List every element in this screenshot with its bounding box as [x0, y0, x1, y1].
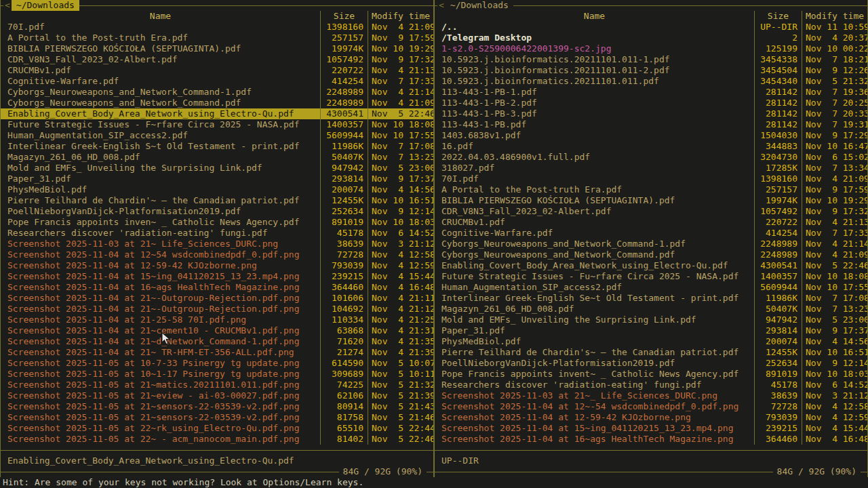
file-row[interactable]: Pope Francis appoints invent~ _ Catholic…	[435, 369, 867, 380]
file-row[interactable]: Screenshot 2025-11-04 at 21~cement10 - C…	[1, 325, 433, 336]
file-name[interactable]: Pope Francis appoints inven~ _ Catholic …	[1, 217, 320, 228]
file-name[interactable]: Screenshot 2025-11-05 at 21~eview - ai-0…	[1, 390, 320, 401]
file-name[interactable]: 10.5923.j.bioinformatics.20211101.011.pd…	[435, 76, 754, 87]
file-row[interactable]: PhysMedBiol.pdf200074Nov 4 14:56	[1, 184, 433, 195]
file-name[interactable]: Screenshot 2025-11-04 at 12-59-42 KJOzbo…	[1, 260, 320, 271]
column-header-size[interactable]: Size	[754, 11, 802, 22]
file-row[interactable]: Screenshot 2025-11-05 at 21~eview - ai-0…	[1, 390, 433, 401]
file-row[interactable]: Screenshot 2025-11-04 at 12~-54 wsdcombi…	[435, 401, 867, 412]
column-header-modify-time[interactable]: Modify time	[368, 11, 433, 22]
file-row[interactable]: Magazyn_261_06_HD_008.pdf50407KNov 7 13:…	[435, 304, 867, 314]
file-name[interactable]: Screenshot 2025-11-04 at 16~ags HealthTe…	[1, 282, 320, 293]
file-name[interactable]: 1-s2.0-S2590006422001399-sc2.jpg	[435, 43, 754, 54]
file-name[interactable]: Pierre Teilhard de Chardin's~ — the Cana…	[435, 347, 754, 358]
file-row[interactable]: Screenshot 2025-11-04 at 16~ags HealthTe…	[435, 434, 867, 445]
file-name[interactable]: Screenshot 2025-11-04 at 12-59-42 KJOzbo…	[435, 412, 754, 423]
file-name[interactable]: Cognitive-Warfare.pdf	[1, 76, 320, 87]
file-row[interactable]: A Portal to the Post-truth Era.pdf257157…	[435, 184, 867, 195]
file-row[interactable]: Screenshot 2025-11-04 at 21~ TR-HFM-ET-3…	[1, 347, 433, 358]
file-row[interactable]: Pierre Teilhard de Chardin's~ — the Cana…	[435, 347, 867, 358]
file-row[interactable]: CDR_V8N3_Fall_2023_02-Albert.pdf1057492N…	[435, 206, 867, 217]
file-row[interactable]: Enabling_Covert_Body_Area_Network_using_…	[1, 108, 433, 119]
file-row[interactable]: Paper_31.pdf293814Nov 9 17:37	[435, 325, 867, 336]
panel-history-icon[interactable]: <	[3, 0, 12, 11]
file-name[interactable]: 113-443-1-PB-1.pdf	[435, 87, 754, 98]
file-row[interactable]: Screenshot 2025-11-05 at 21~sensors-22-0…	[1, 412, 433, 423]
file-row[interactable]: 16.pdf344883Nov 10 16:47	[435, 141, 867, 152]
file-name[interactable]: Screenshot 2025-11-03 at 21~ Life_Scienc…	[1, 239, 320, 249]
file-name[interactable]: Researchers discover 'radiation-eating' …	[1, 228, 320, 239]
file-row[interactable]: 113-443-1-PB-1.pdf281142Nov 7 19:36	[435, 87, 867, 98]
file-row[interactable]: Screenshot 2025-11-04 at 15~ing_04112021…	[1, 271, 433, 282]
file-row[interactable]: Mold and EMFs_ Unveiling the Surprising …	[1, 163, 433, 174]
file-row[interactable]: 318027.pdf17285KNov 7 13:34	[435, 163, 867, 174]
file-row[interactable]: Researchers discover 'radiation-eating' …	[1, 228, 433, 239]
file-row[interactable]: Screenshot 2025-11-03 at 21~ Life_Scienc…	[1, 239, 433, 249]
file-name[interactable]: 1403.6838v1.pdf	[435, 130, 754, 141]
file-name[interactable]: PoellNieborgVanDijck-Platformisation2019…	[435, 358, 754, 369]
file-name[interactable]: 70I.pdf	[1, 22, 320, 33]
file-row[interactable]: Paper_31.pdf293814Nov 9 17:37	[1, 174, 433, 184]
file-name[interactable]: A Portal to the Post-truth Era.pdf	[435, 184, 754, 195]
file-row[interactable]: Screenshot 2025-11-04 at 12~54 wsdcombin…	[1, 249, 433, 260]
file-name[interactable]: Screenshot 2025-11-05 at 22~ - acm_nanoc…	[1, 434, 320, 445]
file-row[interactable]: 70I.pdf1398160Nov 4 21:09	[1, 22, 433, 33]
file-name[interactable]: 113-443-1-PB-2.pdf	[435, 98, 754, 108]
file-row[interactable]: 113-443-1-PB.pdf281142Nov 7 19:31	[435, 119, 867, 130]
file-row[interactable]: Screenshot 2025-11-04 at 21-25-58 70I.pd…	[1, 314, 433, 325]
file-name[interactable]: Cognitive-Warfare.pdf	[435, 228, 754, 239]
file-name[interactable]: Screenshot 2025-11-05 at 22~rk_using_Ele…	[1, 423, 320, 434]
file-name[interactable]: Screenshot 2025-11-05 at 10~1-17 Psinerg…	[1, 369, 320, 380]
file-name[interactable]: 2022.04.03.486900v1.full.pdf	[435, 152, 754, 163]
file-row[interactable]: /Telegram Desktop2Nov 4 20:37	[435, 33, 867, 43]
file-name[interactable]: PhysMedBiol.pdf	[1, 184, 320, 195]
file-name[interactable]: Magazyn_261_06_HD_008.pdf	[435, 304, 754, 314]
file-name[interactable]: Future Strategic Issues - Fu~rfare Circa…	[435, 271, 754, 282]
file-name[interactable]: Screenshot 2025-11-05 at 10-7-33 Psinerg…	[1, 358, 320, 369]
file-name[interactable]: Interlinear Greek-English Se~t Old Testa…	[435, 293, 754, 304]
left-pane-path[interactable]: ~/Downloads	[12, 0, 79, 11]
file-name[interactable]: CDR_V8N3_Fall_2023_02-Albert.pdf	[435, 206, 754, 217]
file-name[interactable]: Screenshot 2025-11-04 at 16~ags HealthTe…	[435, 434, 754, 445]
file-row[interactable]: Screenshot 2025-11-03 at 21~_ Life_Scien…	[435, 390, 867, 401]
file-row[interactable]: 70I.pdf1398160Nov 4 21:09	[435, 174, 867, 184]
file-row[interactable]: Researchers discover 'radiation-eating' …	[435, 380, 867, 390]
file-name[interactable]: Mold and EMFs_ Unveiling the Surprising …	[435, 314, 754, 325]
file-row[interactable]: 1-s2.0-S2590006422001399-sc2.jpg125199No…	[435, 43, 867, 54]
file-name[interactable]: Screenshot 2025-11-04 at 21-25-58 70I.pd…	[1, 314, 320, 325]
file-name[interactable]: Researchers discover 'radiation-eating' …	[435, 380, 754, 390]
column-header-size[interactable]: Size	[320, 11, 368, 22]
file-name[interactable]: Screenshot 2025-11-05 at 21~sensors-22-0…	[1, 412, 320, 423]
file-name[interactable]: A Portal to the Post-truth Era.pdf	[1, 33, 320, 43]
file-name[interactable]: Human_Augmentation_SIP_access2.pdf	[435, 282, 754, 293]
file-name[interactable]: Paper_31.pdf	[435, 325, 754, 336]
file-row[interactable]: Cyborgs_Neuroweapons_and_Network_Command…	[1, 87, 433, 98]
file-name[interactable]: Screenshot 2025-11-04 at 21~ TR-HFM-ET-3…	[1, 347, 320, 358]
file-row[interactable]: BIBLIA PIERWSZEGO KOŚCIOŁA (SEPTUAGINTA)…	[1, 43, 433, 54]
file-row[interactable]: Screenshot 2025-11-04 at 21~-Outgroup-Re…	[1, 293, 433, 304]
file-row[interactable]: Screenshot 2025-11-05 at 22~rk_using_Ele…	[1, 423, 433, 434]
file-row[interactable]: 2022.04.03.486900v1.full.pdf3204730Nov 6…	[435, 152, 867, 163]
file-name[interactable]: CDR_V8N3_Fall_2023_02-Albert.pdf	[1, 54, 320, 65]
column-header-name[interactable]: Name	[1, 11, 320, 22]
file-name[interactable]: Cyborgs_Neuroweapons_and_Network_Command…	[435, 239, 754, 249]
file-name[interactable]: 113-443-1-PB-3.pdf	[435, 108, 754, 119]
column-header-modify-time[interactable]: Modify time	[802, 11, 867, 22]
file-row[interactable]: Cyborgs_Neuroweapons_and_Network_Command…	[435, 239, 867, 249]
file-name[interactable]: 16.pdf	[435, 141, 754, 152]
file-name[interactable]: BIBLIA PIERWSZEGO KOŚCIOŁA (SEPTUAGINTA)…	[1, 43, 320, 54]
file-name[interactable]: Screenshot 2025-11-04 at 21~-Outgroup-Re…	[1, 304, 320, 314]
file-name[interactable]: PoellNieborgVanDijck-Platformisation2019…	[1, 206, 320, 217]
file-row[interactable]: Mold and EMFs_ Unveiling the Surprising …	[435, 314, 867, 325]
file-row[interactable]: CRUCMBv1.pdf220722Nov 4 21:13	[435, 217, 867, 228]
file-row[interactable]: Screenshot 2025-11-04 at 21~-Outgroup-Re…	[1, 304, 433, 314]
file-row[interactable]: 10.5923.j.bioinformatics.20211101.011-2.…	[435, 65, 867, 76]
file-row[interactable]: Screenshot 2025-11-05 at 10~1-17 Psinerg…	[1, 369, 433, 380]
file-row[interactable]: 10.5923.j.bioinformatics.20211101.011.pd…	[435, 76, 867, 87]
file-row[interactable]: Cognitive-Warfare.pdf414254Nov 7 17:33	[1, 76, 433, 87]
file-name[interactable]: Mold and EMFs_ Unveiling the Surprising …	[1, 163, 320, 174]
file-row[interactable]: BIBLIA PIERWSZEGO KOŚCIOŁA (SEPTUAGINTA)…	[435, 195, 867, 206]
file-name[interactable]: 10.5923.j.bioinformatics.20211101.011-1.…	[435, 54, 754, 65]
file-row[interactable]: Future Strategic Issues - F~rfare Circa …	[1, 119, 433, 130]
file-name[interactable]: Screenshot 2025-11-05 at 21~matics.20211…	[1, 380, 320, 390]
